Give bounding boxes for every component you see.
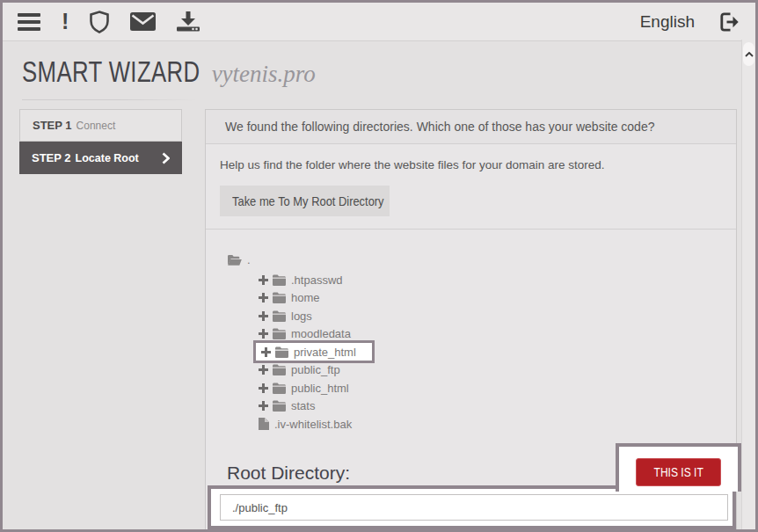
expand-plus-icon [259,293,268,302]
scroll-up-button[interactable] [743,42,754,66]
folder-label: public_ftp [290,363,340,376]
language-selector[interactable]: English [640,12,695,32]
tree-folder-row[interactable]: home [259,289,718,308]
file-label: .iv-whitelist.bak [274,418,352,431]
step-1-number: STEP 1 [33,119,72,132]
step-2-label: Locate Root [76,152,139,164]
wizard-title: SMART WIZARD [22,55,200,89]
folder-label: stats [290,399,315,412]
title-underline [22,99,198,100]
scrollbar[interactable] [741,40,755,529]
shield-icon[interactable] [90,11,109,33]
tree-file-row[interactable]: .iv-whitelist.bak [259,415,718,434]
top-bar: ! English [3,3,755,41]
menu-icon[interactable] [18,13,40,31]
tree-folder-row[interactable]: logs [259,307,718,325]
open-folder-icon [227,254,242,266]
download-icon[interactable] [177,11,200,32]
folder-icon [273,328,286,339]
folder-icon [275,346,288,358]
tree-root-label: . [247,253,251,266]
expand-plus-icon [259,275,268,285]
expand-plus-icon [259,365,268,375]
file-icon [259,418,269,430]
step-2-locate-root[interactable]: STEP 2 Locate Root [19,142,182,174]
folder-label: home [290,291,320,304]
folder-icon [273,364,286,375]
page-title: SMART WIZARD vytenis.pro [22,55,316,89]
folder-icon [273,383,286,394]
directory-tree: . .htpasswd home logs moodledata [206,230,736,434]
mail-icon[interactable] [130,12,156,31]
this-is-it-button[interactable]: THIS IS IT [636,458,721,486]
folder-label: public_html [290,382,349,395]
folder-icon [273,400,286,412]
alert-icon[interactable]: ! [62,11,69,33]
expand-plus-icon [259,401,268,411]
folder-label: logs [290,310,312,323]
expand-plus-icon [259,329,268,339]
step-1-connect[interactable]: STEP 1 Connect [19,109,182,142]
tree-folder-row-highlighted[interactable]: private_html [253,340,375,363]
expand-plus-icon [259,383,268,393]
expand-plus-icon [259,311,268,321]
folder-icon [273,274,286,286]
tree-folder-row[interactable]: stats [259,397,718,416]
tree-folder-row[interactable]: public_html [259,379,718,397]
tree-folder-row-highlighted-wrap: private_html [227,343,718,361]
chevron-up-icon [745,52,754,57]
root-directory-callout [208,485,736,529]
panel-question: We found the following directories. Whic… [206,110,736,144]
step-2-number: STEP 2 [32,151,71,164]
root-directory-input[interactable] [220,494,728,521]
domain-name: vytenis.pro [212,61,316,88]
this-is-it-callout: THIS IS IT [616,443,741,492]
folder-label: private_html [293,346,356,359]
folder-icon [273,310,286,322]
tree-folder-row[interactable]: .htpasswd [259,271,718,289]
wizard-steps: STEP 1 Connect STEP 2 Locate Root [19,109,182,174]
tree-folder-row[interactable]: public_ftp [259,361,718,380]
folder-label: .htpasswd [290,273,343,287]
step-1-label: Connect [77,120,116,132]
folder-label: moodledata [290,327,351,340]
take-me-to-root-button[interactable]: Take me To My Root Directory [220,186,390,216]
tree-root-node[interactable]: . [227,252,718,267]
sign-out-icon[interactable] [719,11,740,33]
folder-icon [273,292,286,303]
root-directory-label: Root Directory: [227,463,350,484]
expand-plus-icon [261,347,271,357]
panel-help-section: Help us find the folder where the websit… [206,144,736,230]
smart-wizard-window: ! English SMART WIZARD vytenis.pro STEP … [0,0,758,532]
help-text: Help us find the folder where the websit… [220,158,724,171]
chevron-right-icon [162,152,170,164]
